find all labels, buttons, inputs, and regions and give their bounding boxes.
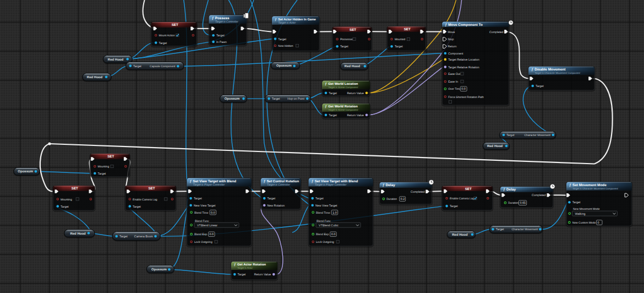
svg-text:SET: SET [350,28,356,32]
svg-text:0.0: 0.0 [211,211,215,215]
svg-text:Target Relative Location: Target Relative Location [448,58,479,62]
svg-text:Target: Target [340,45,348,48]
svg-text:ƒ: ƒ [503,188,505,192]
svg-text:Target is Character Movement C: Target is Character Movement Component [534,72,581,74]
svg-text:Target: Target [450,205,458,208]
svg-text:ƒ: ƒ [312,180,314,183]
svg-text:Red Hood: Red Hood [87,75,103,79]
svg-text:Target: Target [536,85,544,88]
svg-text:Blend Time: Blend Time [316,211,330,215]
svg-text:Target is Controller: Target is Controller [215,20,238,24]
svg-text:Target: Target [159,42,167,45]
svg-text:SET: SET [72,187,78,191]
svg-text:Move Component To: Move Component To [448,23,483,27]
svg-text:Target: Target [329,114,337,117]
svg-text:Target is Scene Component: Target is Scene Component [328,86,358,89]
svg-text:Enable Camera Lag: Enable Camera Lag [133,198,157,202]
svg-text:ƒ: ƒ [383,183,385,187]
svg-text:Opossum: Opossum [18,170,33,173]
svg-text:Target is Actor: Target is Actor [237,267,253,269]
svg-text:Target: Target [315,197,324,200]
svg-text:SET: SET [107,155,114,159]
svg-text:Mounting: Mounting [61,198,72,202]
svg-text:Duration: Duration [386,198,397,201]
svg-text:Mounting: Mounting [98,165,110,169]
svg-text:Blend Exp: Blend Exp [194,233,207,236]
svg-text:Character Movement: Character Movement [511,228,538,231]
svg-text:Ease In: Ease In [448,80,458,84]
svg-text:New View Target: New View Target [315,204,337,208]
svg-text:0.0: 0.0 [461,88,466,91]
svg-text:Component: Component [448,52,463,56]
svg-text:Red Hood: Red Hood [70,232,86,236]
svg-text:Completed: Completed [532,194,546,197]
svg-text:Target: Target [272,97,280,101]
svg-text:ƒ: ƒ [190,180,192,183]
svg-text:Lock Outgoing: Lock Outgoing [194,241,212,244]
svg-text:Return Value: Return Value [254,273,271,276]
svg-text:Target: Target [119,235,128,238]
svg-text:Target: Target [133,205,141,209]
svg-text:New View Target: New View Target [194,204,216,208]
svg-text:Completed: Completed [489,31,504,34]
svg-text:Blend Time: Blend Time [194,211,209,215]
svg-text:Blend Exp: Blend Exp [316,233,329,236]
svg-text:0.2: 0.2 [401,198,405,201]
svg-text:Target: Target [268,197,276,200]
svg-text:Target Relative Rotation: Target Relative Rotation [448,66,479,69]
svg-text:Possessed: Possessed [340,38,354,41]
svg-text:Target: Target [194,197,202,200]
svg-text:Mount Action: Mount Action [159,34,175,37]
svg-text:0.0: 0.0 [331,233,336,236]
svg-text:Target is Player Controller: Target is Player Controller [193,183,225,187]
svg-text:Red Hood: Red Hood [108,58,124,62]
svg-text:Force Shortest Rotation Path: Force Shortest Rotation Path [448,96,484,99]
svg-text:SET: SET [404,28,411,31]
svg-text:Target: Target [395,45,403,48]
svg-text:Camera Boom: Camera Boom [134,235,154,238]
svg-text:1.0: 1.0 [332,211,337,215]
svg-text:New Hidden: New Hidden [278,45,293,48]
svg-text:Target: Target [572,201,581,204]
svg-text:Return: Return [448,45,457,48]
svg-text:Opossum: Opossum [225,97,240,101]
svg-text:ƒ: ƒ [275,18,276,21]
svg-text:Completed: Completed [411,191,425,194]
svg-text:New Movement Mode: New Movement Mode [573,208,600,211]
svg-text:Target: Target [496,228,504,231]
svg-text:Lock Outgoing: Lock Outgoing [316,241,334,244]
svg-text:VTBlend Linear: VTBlend Linear [197,224,217,227]
svg-text:SET: SET [148,187,155,191]
svg-text:Duration: Duration [508,202,519,205]
svg-text:ƒ: ƒ [531,68,533,72]
svg-text:Target: Target [238,273,246,276]
svg-text:Target is Scene Component: Target is Scene Component [328,108,358,111]
svg-text:Move: Move [448,31,455,34]
svg-text:Target: Target [61,205,69,209]
svg-text:Character Movement: Character Movement [524,134,550,137]
svg-text:Red Hood: Red Hood [345,64,361,68]
svg-text:Target: Target [216,34,225,37]
svg-text:ƒ: ƒ [569,183,571,187]
svg-text:0.0: 0.0 [210,233,214,236]
svg-text:Target is Controller: Target is Controller [267,183,290,187]
svg-text:ƒ: ƒ [445,23,447,27]
svg-text:SET: SET [465,187,472,191]
svg-text:SET: SET [172,23,178,27]
svg-text:Opossum: Opossum [276,64,292,68]
svg-text:0: 0 [598,221,599,225]
svg-text:Enable Camera Lag: Enable Camera Lag [450,197,474,200]
svg-text:New Custom Mode: New Custom Mode [572,221,596,225]
svg-text:Target: Target [506,134,515,137]
svg-text:Red Hood: Red Hood [487,144,503,148]
svg-text:Target: Target [329,92,337,95]
svg-text:Delay: Delay [506,188,516,192]
svg-text:Red Hood: Red Hood [452,233,468,237]
svg-text:Stop: Stop [448,38,454,41]
svg-text:Over Time: Over Time [448,88,461,91]
svg-text:Target is Actor: Target is Actor [278,21,296,25]
svg-text:ƒ: ƒ [212,17,214,20]
svg-text:Return Value: Return Value [347,92,364,95]
svg-text:Ease Out: Ease Out [448,73,461,76]
svg-text:Walking: Walking [575,213,586,216]
